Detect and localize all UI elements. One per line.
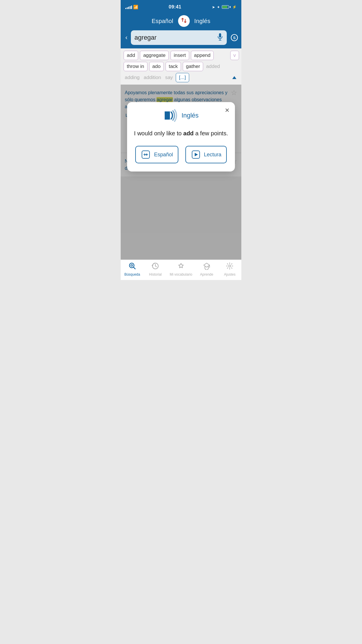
header-actions: S [229, 32, 241, 43]
suggestion-aggregate[interactable]: aggregate [140, 51, 169, 60]
svg-rect-12 [142, 151, 150, 158]
back-button[interactable]: ‹ [124, 33, 129, 43]
translate-to-spanish-button[interactable]: Español [135, 146, 178, 163]
search-tab-icon [129, 262, 136, 272]
tab-aprende-label: Aprende [200, 272, 213, 276]
status-right: ➤ ✦ ⚡ [212, 5, 237, 9]
tab-ajustes[interactable]: Ajustes [221, 262, 238, 276]
tab-busqueda-label: Búsqueda [124, 272, 140, 276]
microphone-button[interactable] [217, 33, 223, 43]
search-history-button[interactable]: S [229, 32, 240, 43]
bluetooth-icon: ✦ [217, 5, 220, 9]
modal-sentence-bold: add [183, 130, 194, 136]
svg-marker-14 [195, 153, 198, 156]
swap-languages-button[interactable] [178, 15, 190, 27]
tab-ajustes-label: Ajustes [224, 272, 236, 276]
search-input[interactable] [134, 34, 215, 41]
search-box [131, 30, 227, 45]
svg-text:S: S [233, 36, 236, 40]
modal-audio-row: Inglés [133, 109, 229, 122]
collapse-button[interactable] [230, 73, 239, 82]
suggestion-added[interactable]: added [205, 62, 221, 71]
suggestion-bracket[interactable]: [...] [176, 73, 189, 82]
tab-historial-label: Historial [149, 272, 161, 276]
lectura-label: Lectura [204, 152, 222, 158]
modal-close-button[interactable]: ✕ [225, 107, 230, 114]
main-content: ✕ Inglés I would only like to add a few … [121, 85, 241, 260]
battery-tip [230, 6, 231, 8]
svg-marker-11 [165, 111, 170, 120]
tab-bar: Búsqueda Historial Mi vocabulario [121, 260, 241, 280]
tab-vocabulario[interactable]: Mi vocabulario [170, 262, 192, 276]
audio-play-icon [164, 109, 179, 122]
suggestion-addition[interactable]: addition [143, 73, 162, 82]
status-bar: 📶 09:41 ➤ ✦ ⚡ [121, 0, 241, 13]
suggestion-tack[interactable]: tack [166, 62, 181, 71]
modal-lang-label: Inglés [182, 112, 199, 119]
suggestion-ado[interactable]: ado [149, 62, 164, 71]
vocabulario-tab-icon [177, 262, 185, 272]
suggestion-adding[interactable]: adding [124, 73, 141, 82]
tab-historial[interactable]: Historial [147, 262, 164, 276]
translate-icon [140, 149, 151, 160]
header: Español Inglés ‹ [121, 13, 241, 48]
lang-to-label: Inglés [194, 18, 210, 24]
svg-line-18 [133, 267, 135, 269]
modal-actions: Español Lectura [133, 146, 229, 163]
modal-sentence: I would only like to add a few points. [133, 129, 229, 138]
suggestions-container: add aggregate insert append v throw in a… [121, 48, 241, 85]
modal-overlay: ✕ Inglés I would only like to add a few … [121, 85, 241, 260]
signal-bar-4 [130, 6, 131, 9]
svg-rect-0 [219, 33, 221, 38]
play-icon [191, 149, 201, 160]
lang-from-label: Español [152, 18, 173, 24]
status-left: 📶 [125, 5, 138, 9]
translate-to-spanish-label: Español [154, 152, 173, 158]
wifi-icon: 📶 [133, 5, 138, 9]
svg-point-17 [131, 265, 133, 266]
back-icon: ‹ [125, 34, 127, 41]
expand-v-button[interactable]: v [230, 51, 239, 60]
svg-marker-10 [232, 76, 236, 79]
status-time: 09:41 [169, 4, 181, 10]
suggestion-say[interactable]: say [164, 73, 174, 82]
signal-bar-5 [131, 6, 132, 9]
signal-bar-2 [127, 7, 128, 9]
location-icon: ➤ [212, 5, 215, 9]
battery-fill [222, 6, 227, 8]
lectura-button[interactable]: Lectura [185, 146, 227, 163]
pronunciation-modal: ✕ Inglés I would only like to add a few … [127, 102, 235, 172]
charging-icon: ⚡ [232, 5, 237, 9]
signal-bar-3 [128, 7, 129, 9]
swap-icon [181, 17, 187, 25]
signal-bars [125, 5, 132, 9]
svg-point-21 [229, 265, 231, 267]
suggestion-add[interactable]: add [124, 51, 138, 60]
signal-bar-1 [125, 8, 126, 9]
suggestion-insert[interactable]: insert [171, 51, 189, 60]
historial-tab-icon [152, 262, 159, 272]
search-row: ‹ S [124, 30, 238, 45]
tab-aprende[interactable]: Aprende [198, 262, 215, 276]
suggestion-append[interactable]: append [191, 51, 214, 60]
aprende-tab-icon [203, 262, 210, 272]
battery-body [222, 5, 229, 9]
tab-busqueda[interactable]: Búsqueda [124, 262, 141, 276]
suggestion-gather[interactable]: gather [183, 62, 203, 71]
tab-vocabulario-label: Mi vocabulario [170, 272, 192, 276]
ajustes-tab-icon [226, 262, 233, 272]
suggestion-throw-in[interactable]: throw in [124, 62, 147, 71]
battery-icon [222, 5, 231, 9]
lang-switcher: Español Inglés [124, 15, 238, 27]
